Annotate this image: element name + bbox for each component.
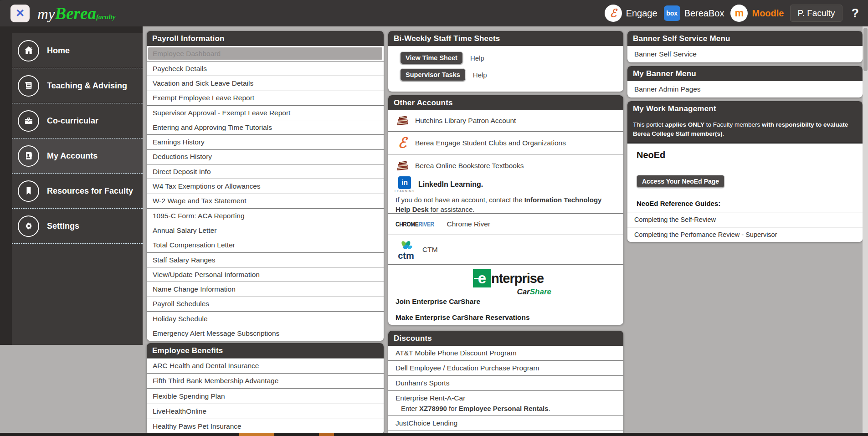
payroll-item[interactable]: Earnings History (147, 134, 384, 149)
join-enterprise-carshare-link[interactable]: Join Enterprise CarShare (388, 298, 623, 310)
view-time-sheet-button[interactable]: View Time Sheet (400, 51, 463, 64)
berea-engage-label: Berea Engage Student Clubs and Organizat… (415, 139, 566, 147)
other-accounts-panel: Other Accounts Hutchins Library Patron A… (388, 95, 623, 325)
user-menu-button[interactable]: P. Faculty (790, 5, 842, 22)
payroll-information-panel: Payroll Information Employee Dashboard P… (147, 31, 384, 341)
payroll-item[interactable]: W-2 Wage and Tax Statement (147, 194, 384, 208)
banner-admin-pages-link[interactable]: Banner Admin Pages (627, 81, 863, 97)
books-icon (395, 160, 409, 172)
payroll-item[interactable]: Supervisor Approval - Exempt Leave Repor… (147, 105, 384, 120)
column-banner: Banner Self Service Menu Banner Self Ser… (627, 31, 863, 242)
payroll-item[interactable]: Deductions History (147, 149, 384, 164)
neoed-guides-list: Completing the Self-Review Completing th… (627, 212, 863, 242)
chrome-river-link[interactable]: CHROMERIVER Chrome River (388, 213, 623, 235)
bookstore-label: Berea Online Bookstore Textbooks (415, 162, 524, 170)
view-time-sheet-help-link[interactable]: Help (470, 54, 484, 62)
discount-item[interactable]: Dell Employee / Education Purchase Progr… (388, 360, 623, 375)
payroll-item[interactable]: 1095-C Form: ACA Reporting (147, 208, 384, 223)
help-icon[interactable]: ? (849, 6, 862, 21)
payroll-item[interactable]: Emergency Alert Message Subscriptions (147, 326, 384, 340)
moodle-link[interactable]: m Moodle (730, 5, 784, 22)
payroll-item[interactable]: View/Update Personal Information (147, 267, 384, 282)
discount-item[interactable]: Enterprise Rent-A-Car Enter XZ78990 for … (388, 390, 623, 415)
payroll-panel-title: Payroll Information (147, 31, 384, 46)
sidebar-item-label: My Accounts (47, 151, 98, 161)
berea-engage-link[interactable]: ℰ Berea Engage Student Clubs and Organiz… (388, 131, 623, 154)
sidebar-item-teaching-advising[interactable]: Teaching & Advising (12, 68, 143, 103)
books-icon (395, 115, 409, 127)
discount-item[interactable]: Dunham's Sports (388, 375, 623, 390)
scrollbar-thumb[interactable] (863, 28, 868, 71)
neoed-guide-link[interactable]: Completing the Self-Review (627, 212, 863, 227)
sidebar-item-co-curricular[interactable]: Co-curricular (12, 103, 143, 138)
payroll-list: Paycheck Details Vacation and Sick Leave… (147, 61, 384, 341)
ctm-label: CTM (422, 246, 438, 254)
linkedin-learning-icon: in LEARNING (395, 176, 414, 193)
access-neoed-button[interactable]: Access Your NeoEd Page (637, 175, 724, 188)
discount-item-note: Enter XZ78990 for Employee Personal Rent… (395, 405, 618, 412)
banner-self-service-link[interactable]: Banner Self Service (627, 46, 863, 62)
column-payroll: Payroll Information Employee Dashboard P… (147, 31, 384, 434)
top-bar: ✕ myBereafaculty ℰ Engage box BereaBox m… (0, 0, 868, 26)
employee-benefits-panel: Employee Benefits ARC Health and Dental … (147, 343, 384, 434)
payroll-item[interactable]: Staff Salary Ranges (147, 252, 384, 267)
my-banner-menu-panel: My Banner Menu Banner Admin Pages (627, 66, 863, 97)
ctm-logo: ctm (395, 240, 416, 259)
payroll-item[interactable]: Name Change Information (147, 282, 384, 296)
hutchins-library-link[interactable]: Hutchins Library Patron Account (388, 110, 623, 131)
engage-label: Engage (626, 8, 657, 19)
benefit-item[interactable]: Flexible Spending Plan (147, 388, 384, 403)
hutchins-library-label: Hutchins Library Patron Account (415, 117, 516, 125)
bookstore-link[interactable]: Berea Online Bookstore Textbooks (388, 154, 623, 177)
engage-link[interactable]: ℰ Engage (605, 5, 657, 22)
payroll-item[interactable]: Total Compensation Letter (147, 238, 384, 252)
discounts-list: AT&T Mobile Phone Discount Program Dell … (388, 346, 623, 436)
vertical-scrollbar[interactable] (863, 26, 868, 436)
ctm-link[interactable]: ctm CTM (388, 235, 623, 264)
benefit-item[interactable]: ARC Health and Dental Insurance (147, 358, 384, 373)
supervisor-tasks-button[interactable]: Supervisor Tasks (400, 68, 466, 81)
enterprise-carshare-logo[interactable]: enterprise CarShare (473, 269, 564, 297)
clipped-logo-fragment (319, 433, 334, 436)
logo-my: my (37, 6, 55, 23)
linkedin-learning-label: LinkedIn Learning. (418, 180, 483, 189)
sidebar-item-settings[interactable]: Settings (12, 209, 143, 244)
payroll-item[interactable]: Vacation and Sick Leave Details (147, 76, 384, 90)
payroll-item[interactable]: Exempt Employee Leave Report (147, 91, 384, 105)
sidebar-item-label: Resources for Faculty (47, 186, 133, 196)
payroll-item-employee-dashboard: Employee Dashboard (148, 47, 382, 60)
sidebar-item-resources-for-faculty[interactable]: Resources for Faculty (12, 174, 143, 209)
topbar-links: ℰ Engage box BereaBox m Moodle P. Facult… (605, 5, 868, 22)
close-sidebar-button[interactable]: ✕ (10, 5, 30, 22)
my-banner-menu-title: My Banner Menu (627, 66, 863, 81)
discount-item[interactable]: AT&T Mobile Phone Discount Program (388, 346, 623, 360)
benefit-item[interactable]: Healthy Paws Pet Insurance (147, 419, 384, 434)
bereabox-link[interactable]: box BereaBox (664, 5, 724, 21)
payroll-item[interactable]: W4 Tax Exemptions or Allowances (147, 179, 384, 193)
payroll-item[interactable]: Payroll Schedules (147, 297, 384, 311)
benefit-item[interactable]: LiveHealthOnline (147, 404, 384, 419)
other-accounts-panel-title: Other Accounts (388, 95, 623, 110)
clipped-bottom-row (0, 433, 868, 436)
make-carshare-reservations-link[interactable]: Make Enterprise CarShare Reservations (388, 310, 623, 325)
sidebar-item-home[interactable]: Home (12, 33, 143, 68)
payroll-item[interactable]: Entering and Approving Time Tutorials (147, 120, 384, 134)
supervisor-tasks-help-link[interactable]: Help (473, 71, 487, 79)
payroll-item[interactable]: Paycheck Details (147, 61, 384, 76)
payroll-item[interactable]: Annual Salary Letter (147, 223, 384, 237)
sidebar-item-my-accounts[interactable]: My Accounts (12, 138, 143, 174)
logo-berea: Berea (55, 4, 96, 23)
linkedin-learning-link[interactable]: in LEARNING LinkedIn Learning. (395, 176, 483, 193)
moodle-icon: m (730, 5, 748, 22)
neoed-guide-link[interactable]: Completing the Perfomance Review - Super… (627, 227, 863, 242)
discounts-panel-title: Discounts (388, 331, 623, 346)
payroll-item[interactable]: Holiday Schedule (147, 311, 384, 326)
benefit-item[interactable]: Fifth Third Bank Membership Advantage (147, 373, 384, 388)
work-management-title: My Work Management (627, 101, 863, 116)
payroll-panel-body: Employee Dashboard Paycheck Details Vaca… (147, 47, 384, 341)
chrome-river-logo: CHROMERIVER (395, 221, 434, 228)
benefits-panel-title: Employee Benefits (147, 343, 384, 358)
timesheets-body: View Time Sheet Help Supervisor Tasks He… (388, 46, 623, 92)
discount-item[interactable]: JustChoice Lending (388, 415, 623, 431)
payroll-item[interactable]: Direct Deposit Info (147, 164, 384, 179)
